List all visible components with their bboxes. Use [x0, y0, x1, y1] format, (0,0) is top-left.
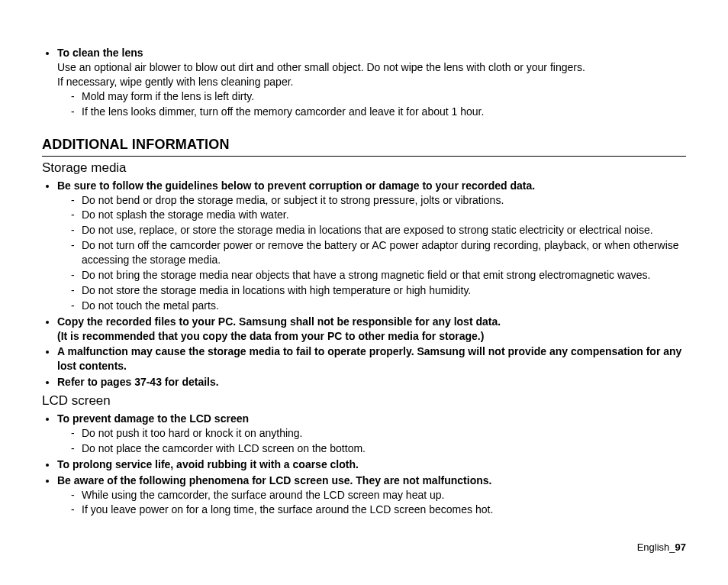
lens-heading: To clean the lens: [57, 47, 143, 59]
lens-body-2: If necessary, wipe gently with lens clea…: [57, 76, 293, 88]
top-section-list: To clean the lens Use an optional air bl…: [42, 46, 686, 118]
lcd-p2-bold: To prolong service life, avoid rubbing i…: [57, 458, 359, 470]
storage-p1-bold: Be sure to follow the guidelines below t…: [57, 179, 535, 192]
storage-point-3: A malfunction may cause the storage medi…: [57, 344, 686, 373]
lens-dash-2: If the lens looks dimmer, turn off the m…: [71, 105, 686, 119]
storage-heading: Storage media: [42, 160, 686, 177]
storage-p1-d6: Do not store the storage media in locati…: [71, 283, 686, 298]
page-footer: English_97: [637, 541, 686, 554]
lens-item: To clean the lens Use an optional air bl…: [57, 46, 686, 118]
storage-p2-bold2: (It is recommended that you copy the dat…: [57, 330, 484, 342]
lcd-heading: LCD screen: [42, 393, 686, 410]
storage-p4-bold: Refer to pages 37-43 for details.: [57, 376, 219, 388]
lcd-point-1: To prevent damage to the LCD screen Do n…: [57, 412, 686, 456]
storage-p1-d1: Do not bend or drop the storage media, o…: [71, 193, 686, 208]
lcd-p3-d1: While using the camcorder, the surface a…: [71, 488, 686, 503]
storage-p1-d7: Do not touch the metal parts.: [71, 299, 686, 313]
lcd-p1-dashes: Do not push it too hard or knock it on a…: [57, 426, 686, 456]
footer-page: 97: [675, 541, 686, 553]
lcd-p3-d2: If you leave power on for a long time, t…: [71, 503, 686, 517]
lcd-p1-d1: Do not push it too hard or knock it on a…: [71, 426, 686, 441]
lcd-p3-dashes: While using the camcorder, the surface a…: [57, 488, 686, 518]
lens-body-1: Use an optional air blower to blow out d…: [57, 61, 585, 73]
footer-lang: English: [637, 541, 670, 553]
lcd-p3-bold: Be aware of the following phenomena for …: [57, 474, 491, 486]
storage-p1-d4: Do not turn off the camcorder power or r…: [71, 238, 686, 267]
lens-dash-list: Mold may form if the lens is left dirty.…: [57, 89, 686, 119]
storage-point-4: Refer to pages 37-43 for details.: [57, 375, 686, 389]
lcd-point-3: Be aware of the following phenomena for …: [57, 473, 686, 518]
lcd-point-2: To prolong service life, avoid rubbing i…: [57, 457, 686, 472]
footer-sep: _: [669, 541, 675, 553]
lens-dash-1: Mold may form if the lens is left dirty.: [71, 89, 686, 104]
storage-p2-bold: Copy the recorded files to your PC. Sams…: [57, 315, 501, 328]
storage-p1-d5: Do not bring the storage media near obje…: [71, 268, 686, 283]
storage-p1-d2: Do not splash the storage media with wat…: [71, 208, 686, 222]
additional-info-heading: ADDITIONAL INFORMATION: [42, 135, 686, 156]
storage-list: Be sure to follow the guidelines below t…: [42, 179, 686, 389]
storage-p1-d3: Do not use, replace, or store the storag…: [71, 223, 686, 238]
storage-p3-bold: A malfunction may cause the storage medi…: [57, 345, 681, 372]
lcd-p1-d2: Do not place the camcorder with LCD scre…: [71, 441, 686, 456]
storage-p1-dashes: Do not bend or drop the storage media, o…: [57, 193, 686, 313]
storage-point-2: Copy the recorded files to your PC. Sams…: [57, 315, 686, 344]
lcd-p1-bold: To prevent damage to the LCD screen: [57, 412, 249, 425]
lcd-list: To prevent damage to the LCD screen Do n…: [42, 412, 686, 517]
storage-point-1: Be sure to follow the guidelines below t…: [57, 179, 686, 313]
